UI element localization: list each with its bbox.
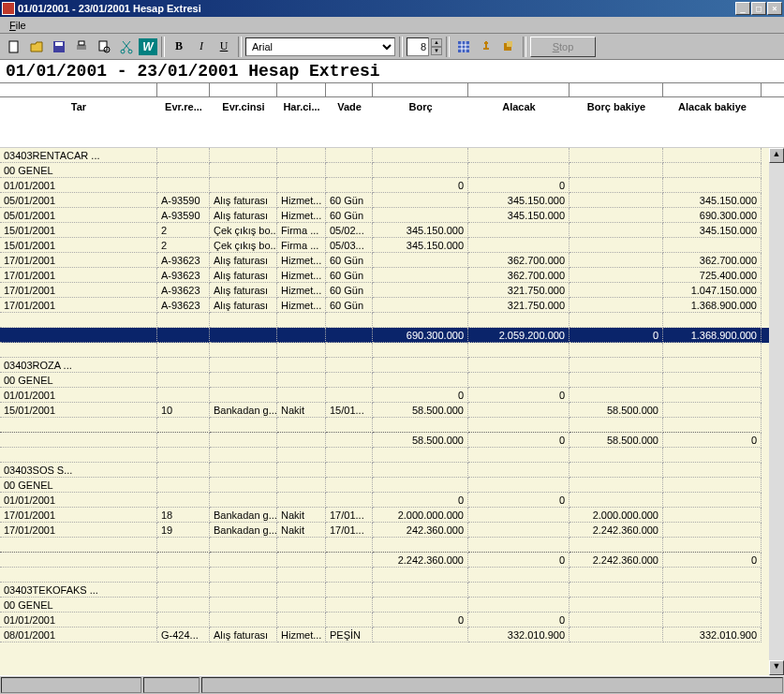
cell[interactable]: 10 <box>157 403 210 418</box>
cell[interactable]: Hizmet... <box>277 628 326 642</box>
header-alac[interactable]: Alacak <box>468 97 570 147</box>
cell[interactable] <box>468 418 570 433</box>
cell[interactable]: 2.242.360.000 <box>373 553 468 568</box>
cell[interactable]: Nakit <box>277 403 326 418</box>
cell[interactable]: 15/01/2001 <box>0 238 157 253</box>
cell[interactable] <box>277 328 326 343</box>
table-row[interactable] <box>0 418 769 433</box>
table-row[interactable] <box>0 448 769 463</box>
cell[interactable]: 58.500.000 <box>373 403 468 418</box>
cell[interactable] <box>663 388 762 403</box>
cell[interactable] <box>277 388 326 403</box>
cell[interactable]: 2.000.000.000 <box>570 508 663 523</box>
cell[interactable] <box>0 313 157 328</box>
cell[interactable] <box>210 148 277 163</box>
cell[interactable]: 1.368.900.000 <box>663 298 762 313</box>
cell[interactable]: 60 Gün <box>326 298 373 313</box>
cell[interactable]: 345.150.000 <box>468 208 570 223</box>
ruler[interactable] <box>0 83 784 97</box>
cell[interactable] <box>326 463 373 478</box>
cell[interactable] <box>468 463 570 478</box>
cell[interactable] <box>277 418 326 433</box>
data-grid[interactable]: 03403RENTACAR ...00 GENEL01/01/20010005/… <box>0 148 769 675</box>
cell[interactable]: 05/02... <box>326 223 373 238</box>
cell[interactable]: 17/01/2001 <box>0 298 157 313</box>
cut-button[interactable] <box>116 37 137 57</box>
cell[interactable] <box>157 538 210 553</box>
header-vade[interactable]: Vade <box>326 97 373 147</box>
cell[interactable]: 17/01/2001 <box>0 253 157 268</box>
cell[interactable] <box>373 253 468 268</box>
cell[interactable]: 17/01/2001 <box>0 283 157 298</box>
cell[interactable]: 1.047.150.000 <box>663 283 762 298</box>
cell[interactable] <box>663 523 762 538</box>
cell[interactable] <box>570 583 663 598</box>
cell[interactable] <box>373 448 468 463</box>
italic-button[interactable]: I <box>191 37 212 57</box>
cell[interactable] <box>277 598 326 613</box>
grid-button[interactable] <box>453 37 474 57</box>
cell[interactable] <box>570 418 663 433</box>
cell[interactable]: 17/01/2001 <box>0 523 157 538</box>
cell[interactable]: 321.750.000 <box>468 283 570 298</box>
cell[interactable] <box>570 493 663 508</box>
cell[interactable] <box>277 613 326 628</box>
cell[interactable] <box>468 223 570 238</box>
cell[interactable] <box>0 418 157 433</box>
cell[interactable]: A-93590 <box>157 193 210 208</box>
cell[interactable] <box>157 478 210 493</box>
cell[interactable] <box>570 388 663 403</box>
table-row[interactable]: 00 GENEL <box>0 373 769 388</box>
cell[interactable] <box>326 148 373 163</box>
print-button[interactable] <box>71 37 92 57</box>
cell[interactable] <box>277 358 326 373</box>
scroll-track[interactable] <box>769 163 784 660</box>
cell[interactable]: A-93623 <box>157 283 210 298</box>
cell[interactable] <box>157 163 210 178</box>
table-row[interactable]: 17/01/200118Bankadan g...Nakit17/01...2.… <box>0 508 769 523</box>
cell[interactable]: 0 <box>570 328 663 343</box>
cell[interactable] <box>277 148 326 163</box>
cell[interactable] <box>570 568 663 583</box>
cell[interactable] <box>570 448 663 463</box>
cell[interactable] <box>157 343 210 358</box>
cell[interactable] <box>373 538 468 553</box>
font-size-input[interactable] <box>407 37 429 56</box>
cell[interactable] <box>0 328 157 343</box>
cell[interactable]: Çek çıkış bo... <box>210 223 277 238</box>
cell[interactable]: 60 Gün <box>326 268 373 283</box>
table-row[interactable]: 01/01/200100 <box>0 493 769 508</box>
cell[interactable] <box>326 598 373 613</box>
cell[interactable]: Bankadan g... <box>210 403 277 418</box>
table-row[interactable]: 690.300.0002.059.200.00001.368.900.000 <box>0 328 769 343</box>
cell[interactable]: Alış faturası <box>210 628 277 642</box>
cell[interactable] <box>570 478 663 493</box>
cell[interactable] <box>468 343 570 358</box>
table-row[interactable]: 17/01/2001A-93623Alış faturasıHizmet...6… <box>0 268 769 283</box>
cell[interactable] <box>468 148 570 163</box>
cell[interactable] <box>277 373 326 388</box>
cell[interactable]: Alış faturası <box>210 193 277 208</box>
cell[interactable]: 15/01/2001 <box>0 223 157 238</box>
stop-button[interactable]: Stop <box>530 37 596 57</box>
cell[interactable] <box>570 538 663 553</box>
cell[interactable]: 15/01... <box>326 403 373 418</box>
cell[interactable]: PEŞİN <box>326 628 373 642</box>
table-row[interactable]: 00 GENEL <box>0 163 769 178</box>
cell[interactable] <box>157 418 210 433</box>
table-row[interactable]: 58.500.000058.500.0000 <box>0 433 769 448</box>
table-row[interactable]: 15/01/200110Bankadan g...Nakit15/01...58… <box>0 403 769 418</box>
cell[interactable] <box>326 568 373 583</box>
table-row[interactable]: 03403RENTACAR ... <box>0 148 769 163</box>
print-preview-button[interactable] <box>94 37 114 57</box>
new-button[interactable] <box>4 37 24 57</box>
maximize-button[interactable]: □ <box>751 2 766 15</box>
cell[interactable] <box>277 568 326 583</box>
cell[interactable] <box>373 283 468 298</box>
cell[interactable]: 60 Gün <box>326 283 373 298</box>
table-row[interactable]: 17/01/2001A-93623Alış faturasıHizmet...6… <box>0 298 769 313</box>
cell[interactable] <box>570 178 663 193</box>
cell[interactable]: 2.059.200.000 <box>468 328 570 343</box>
cell[interactable] <box>663 478 762 493</box>
cell[interactable] <box>210 538 277 553</box>
